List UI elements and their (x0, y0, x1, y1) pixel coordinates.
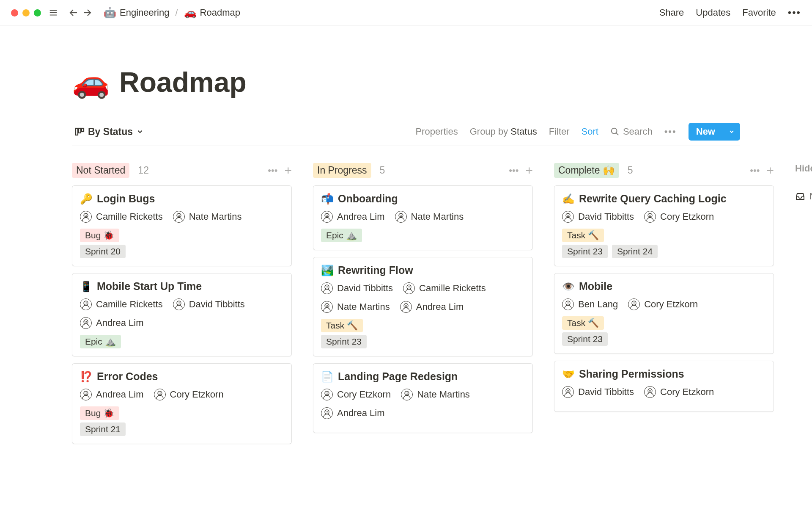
page-title-block: 🚗 Roadmap (72, 64, 740, 100)
assignee: David Tibbitts (173, 298, 245, 310)
sprint-tag-row: Sprint 23 (321, 335, 525, 348)
assignee: Andrea Lim (321, 211, 385, 223)
sort-button[interactable]: Sort (582, 126, 598, 137)
new-button-group: New (689, 123, 740, 141)
column-add-button[interactable]: + (284, 163, 292, 178)
type-tag-row: Bug 🐞 (80, 406, 284, 420)
favorite-button[interactable]: Favorite (742, 7, 776, 18)
filter-button[interactable]: Filter (549, 126, 570, 137)
column-more-button[interactable]: ••• (509, 165, 518, 176)
board-card[interactable]: 📬OnboardingAndrea LimNate MartinsEpic ⛰️ (313, 185, 533, 250)
updates-button[interactable]: Updates (696, 7, 730, 18)
type-tag-row: Epic ⛰️ (80, 335, 284, 348)
assignee-name: Nate Martins (417, 389, 470, 400)
assignee-name: David Tibbitts (337, 283, 393, 294)
search-button[interactable]: Search (610, 126, 653, 137)
page-more-button[interactable]: ••• (788, 7, 801, 19)
window-close-button[interactable] (11, 9, 18, 17)
toolbar-more-button[interactable]: ••• (664, 126, 677, 137)
sprint-tag: Sprint 24 (612, 245, 658, 258)
hamburger-icon (49, 8, 58, 17)
card-title: 🏞️Rewriting Flow (321, 264, 525, 276)
database-toolbar: By Status Properties Group by Status Fil… (72, 123, 740, 146)
card-title: 📄Landing Page Redesign (321, 370, 525, 383)
board-card[interactable]: 🤝Sharing PermissionsDavid TibbittsCory E… (554, 361, 774, 412)
arrow-left-icon (69, 8, 79, 18)
nav-back-button[interactable] (68, 7, 79, 18)
avatar (321, 301, 333, 313)
avatar (321, 211, 333, 223)
assignee-name: Cory Etzkorn (660, 387, 714, 398)
sprint-tag-row: Sprint 20 (80, 245, 284, 258)
board-card[interactable]: ✍️Rewrite Query Caching LogicDavid Tibbi… (554, 185, 774, 266)
column-more-button[interactable]: ••• (750, 165, 760, 176)
column-header: In Progress5•••+ (313, 163, 533, 178)
window-maximize-button[interactable] (34, 9, 41, 17)
breadcrumb-current[interactable]: 🚗 Roadmap (182, 6, 242, 19)
board-column: Complete 🙌5•••+✍️Rewrite Query Caching L… (554, 163, 774, 451)
card-emoji-icon: ✍️ (562, 193, 575, 205)
assignee: Nate Martins (173, 211, 242, 223)
breadcrumb-current-label: Roadmap (200, 7, 240, 18)
status-pill[interactable]: Complete 🙌 (554, 163, 619, 178)
view-switch-button[interactable]: By Status (72, 124, 146, 139)
card-title-text: Rewriting Flow (338, 264, 413, 276)
page-emoji[interactable]: 🚗 (72, 64, 110, 100)
type-tag: Bug 🐞 (80, 229, 119, 242)
svg-rect-5 (76, 128, 78, 135)
assignee-name: David Tibbitts (578, 387, 634, 398)
sprint-tag-row: Sprint 23 (562, 332, 766, 346)
group-by-button[interactable]: Group by Status (470, 126, 537, 137)
assignee-name: Cory Etzkorn (337, 389, 391, 400)
page-title[interactable]: Roadmap (119, 66, 247, 98)
sidebar-toggle-button[interactable] (48, 7, 59, 18)
sprint-tag: Sprint 23 (562, 245, 608, 258)
avatar (400, 301, 412, 313)
share-button[interactable]: Share (659, 7, 684, 18)
status-pill[interactable]: Not Started (72, 163, 129, 178)
card-title-text: Landing Page Redesign (338, 370, 458, 383)
board-card[interactable]: 🔑Login BugsCamille RickettsNate MartinsB… (72, 185, 292, 266)
assignee-name: Camille Ricketts (96, 211, 163, 222)
assignee-list: Andrea LimCory Etzkorn (80, 389, 284, 403)
card-title: 📱Mobile Start Up Time (80, 280, 284, 293)
properties-button[interactable]: Properties (415, 126, 458, 137)
column-header: Not Started12•••+ (72, 163, 292, 178)
new-button[interactable]: New (689, 123, 723, 141)
breadcrumb-parent[interactable]: 🤖 Engineering (102, 6, 171, 19)
chevron-down-icon (136, 128, 144, 135)
assignee: Andrea Lim (80, 317, 144, 329)
toolbar-right: Properties Group by Status Filter Sort S… (415, 123, 740, 141)
top-actions: Share Updates Favorite ••• (659, 7, 801, 19)
view-name: By Status (88, 126, 133, 138)
board-card[interactable]: 👁️MobileBen LangCory EtzkornTask 🔨Sprint… (554, 273, 774, 354)
hidden-columns-label[interactable]: Hidden (795, 163, 812, 174)
robot-icon: 🤖 (104, 7, 116, 19)
card-emoji-icon: 🔑 (80, 193, 93, 205)
board-card[interactable]: 📱Mobile Start Up TimeCamille RickettsDav… (72, 273, 292, 356)
avatar (321, 389, 333, 400)
search-icon (610, 127, 620, 136)
breadcrumb-separator: / (175, 7, 178, 18)
board-card[interactable]: ⁉️Error CodesAndrea LimCory EtzkornBug 🐞… (72, 363, 292, 444)
card-title: 🤝Sharing Permissions (562, 368, 766, 380)
board-card[interactable]: 🏞️Rewriting FlowDavid TibbittsCamille Ri… (313, 257, 533, 356)
new-dropdown-button[interactable] (723, 123, 740, 141)
svg-line-9 (616, 133, 619, 135)
avatar (80, 317, 92, 329)
card-title: 👁️Mobile (562, 280, 766, 293)
card-title-text: Error Codes (97, 370, 158, 383)
column-more-button[interactable]: ••• (268, 165, 277, 176)
type-tag: Task 🔨 (321, 319, 363, 332)
board-card[interactable]: 📄Landing Page RedesignCory EtzkornNate M… (313, 363, 533, 433)
sprint-tag: Sprint 23 (562, 332, 608, 346)
column-count: 5 (380, 165, 385, 176)
assignee-name: David Tibbitts (578, 211, 634, 222)
column-add-button[interactable]: + (525, 163, 533, 178)
nav-forward-button[interactable] (82, 7, 93, 18)
hidden-item[interactable]: No (795, 191, 812, 202)
status-pill[interactable]: In Progress (313, 163, 371, 178)
window-minimize-button[interactable] (22, 9, 30, 17)
assignee: David Tibbitts (321, 282, 393, 294)
column-add-button[interactable]: + (766, 163, 774, 178)
